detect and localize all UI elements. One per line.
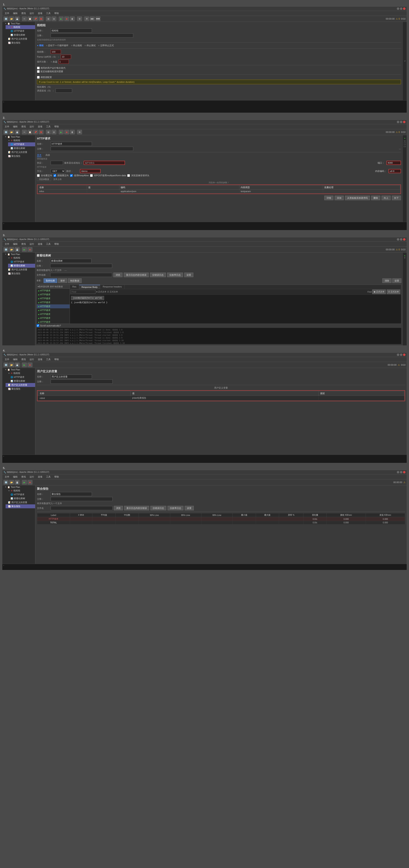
menu-run-3[interactable]: 运行 xyxy=(28,242,36,246)
tb-collapse-1[interactable]: ⊟ xyxy=(52,17,56,21)
tb-play-4[interactable]: ▶ xyxy=(22,363,27,367)
sampler-result-tab-3[interactable]: 取样结果 xyxy=(43,278,57,283)
sidebar-testplan-1[interactable]: ▼ 📋 Test Plan xyxy=(2,22,35,25)
menu-edit-5[interactable]: 编辑 xyxy=(11,475,19,479)
close-btn-1[interactable] xyxy=(403,7,406,10)
menu-options-3[interactable]: 选项 xyxy=(36,242,44,246)
multipart-check-2[interactable] xyxy=(90,174,93,177)
log-success-btn-3[interactable]: 仅效率日志 xyxy=(167,273,183,277)
method-select-2[interactable]: GET POST PUT DELETE xyxy=(51,169,65,173)
clear-btn-3[interactable]: 清除 xyxy=(382,278,391,283)
btn-up-2[interactable]: 向上 xyxy=(382,196,390,200)
menu-help-4[interactable]: 帮助 xyxy=(53,358,60,361)
name-input-2[interactable] xyxy=(51,142,92,146)
sidebar-threadgroup-2[interactable]: ▼ ⚙ 线程组 xyxy=(6,138,35,143)
minimize-btn-3[interactable] xyxy=(397,238,399,241)
minimize-btn-5[interactable] xyxy=(397,471,399,473)
sidebar-aggreport-3[interactable]: 📈 聚合报告 xyxy=(6,272,35,276)
request-tab-3[interactable]: 请求 xyxy=(58,278,67,283)
tb-remote-1[interactable]: 🖥 xyxy=(84,17,89,21)
maximize-btn-3[interactable] xyxy=(400,238,402,241)
result-item-7-3[interactable]: ● HTTP请求 xyxy=(37,312,69,316)
tb-collapse-2[interactable]: ⊟ xyxy=(52,130,56,134)
tb-open-4[interactable]: 📂 xyxy=(9,363,14,367)
scroll-checkbox-3[interactable] xyxy=(36,324,39,327)
keepalive-check-2[interactable] xyxy=(70,174,73,177)
log-success-btn-5[interactable]: 仅效率日志 xyxy=(168,506,183,510)
btn-detail-2[interactable]: 详细 xyxy=(324,196,333,200)
delay-check-1[interactable]: 延迟创建线程直到需要 xyxy=(37,70,401,73)
tab-response-headers-3[interactable]: Response headers xyxy=(100,285,124,289)
btn-delete-2[interactable]: 删除 xyxy=(371,196,380,200)
tb-delete-2[interactable]: ❌ xyxy=(39,130,43,134)
tb-delete-1[interactable]: ❌ xyxy=(39,17,43,21)
threads-input-1[interactable] xyxy=(51,50,61,54)
menu-tools-2[interactable]: 工具 xyxy=(45,125,52,129)
sidebar-uservars-4[interactable]: 📝 用户定义的变量 xyxy=(6,383,35,387)
maximize-btn-1[interactable] xyxy=(400,7,402,10)
tb-stop-2[interactable]: ⏹ xyxy=(64,130,69,134)
scroll-check-3[interactable]: Scroll automatically? xyxy=(36,324,401,327)
browse-btn-3[interactable]: 浏览 xyxy=(113,273,122,277)
tb-cut-2[interactable]: ✂ xyxy=(22,130,27,134)
menu-edit-2[interactable]: 编辑 xyxy=(11,125,19,129)
sidebar-uservars-2[interactable]: 📝 用户定义的变量 xyxy=(6,150,35,154)
sidebar-resulttree-1[interactable]: 📊 察看结果树 xyxy=(8,33,35,37)
menu-help-5[interactable]: 帮助 xyxy=(53,475,60,479)
radio-option-4[interactable]: ○ 立即停止正式 xyxy=(98,44,114,47)
tb-expand-2[interactable]: ⊞ xyxy=(46,130,51,134)
tb-play-5[interactable]: ▶ xyxy=(22,480,27,485)
sidebar-resulttree-2[interactable]: 📊 察看结果树 xyxy=(8,146,35,150)
sidebar-testplan-4[interactable]: ▼ 📋 Test Plan xyxy=(2,368,35,371)
name-input-3[interactable] xyxy=(50,259,91,263)
same-user-check-1[interactable]: 相同的用户运行每次迭代 xyxy=(37,66,401,69)
tb-remote-stop-1[interactable]: ⏹⏹ xyxy=(95,17,100,21)
menu-file-3[interactable]: 文件 xyxy=(3,242,11,246)
menu-run-1[interactable]: 运行 xyxy=(28,11,36,15)
menu-help-2[interactable]: 帮助 xyxy=(53,125,60,129)
tb-paste-1[interactable]: 📌 xyxy=(33,17,38,21)
tb-copy-2[interactable]: 📋 xyxy=(27,130,32,134)
search-input-3[interactable] xyxy=(71,290,95,294)
browse-btn-5[interactable]: 浏览 xyxy=(114,506,123,510)
sidebar-testplan-2[interactable]: ▼ 📋 Test Plan xyxy=(2,135,35,138)
tb-open-5[interactable]: 📂 xyxy=(9,480,14,485)
log-errors-btn-3[interactable]: 仅错误日志 xyxy=(150,273,166,277)
radio-option-0[interactable]: ● 继续 xyxy=(37,44,43,47)
tb-remote-play-1[interactable]: ▶▶ xyxy=(90,17,95,21)
sidebar-uservars-3[interactable]: 📝 用户定义的变量 xyxy=(6,268,35,272)
tb-save-4[interactable]: 💾 xyxy=(14,363,20,367)
log-errors-btn-5[interactable]: 仅错误日志 xyxy=(150,506,166,510)
menu-edit-1[interactable]: 编辑 xyxy=(11,11,19,15)
name-input-1[interactable] xyxy=(51,29,92,33)
tb-stop-4[interactable]: ⏹ xyxy=(27,363,32,367)
btn-add-2[interactable]: 添加 xyxy=(334,196,344,200)
scheduler-check-1[interactable]: 调度器配置 xyxy=(37,76,401,79)
radio-option-3[interactable]: ○ 停止测试 xyxy=(85,44,96,47)
sidebar-http-4[interactable]: 🌐 HTTP请求 xyxy=(8,375,35,379)
text-btn-3[interactable]: ☑ 正式文本 xyxy=(387,289,400,294)
setting-btn-3[interactable]: 设置 xyxy=(392,278,401,283)
same-user-checkbox-1[interactable] xyxy=(37,67,40,69)
response-tab-3[interactable]: 响应数据 xyxy=(68,278,82,283)
sidebar-aggreport-5[interactable]: 📈 聚合报告 xyxy=(6,504,35,508)
maximize-btn-4[interactable] xyxy=(400,353,402,356)
tb-save-1[interactable]: 💾 xyxy=(14,17,20,21)
loop-radio-forever[interactable]: ○ 永远 xyxy=(51,60,57,63)
tb-settings-1[interactable]: ⚙ xyxy=(77,17,82,21)
delay-checkbox-1[interactable] xyxy=(37,70,40,73)
menu-options-5[interactable]: 选项 xyxy=(36,475,44,479)
protocol-input-2[interactable] xyxy=(51,161,63,165)
sidebar-http-2[interactable]: 🌐 HTTP请求 xyxy=(8,143,35,146)
menu-edit-3[interactable]: 编辑 xyxy=(11,242,19,246)
comment-input-3[interactable] xyxy=(50,264,112,268)
menu-help-3[interactable]: 帮助 xyxy=(53,242,60,246)
ramp-input-1[interactable] xyxy=(61,55,71,59)
close-btn-5[interactable] xyxy=(403,471,406,473)
tb-cut-1[interactable]: ✂ xyxy=(22,17,27,21)
sidebar-http-5[interactable]: 🌐 HTTP请求 xyxy=(8,493,35,497)
sidebar-threadgroup-1[interactable]: ▼ ⚙ 线程组 xyxy=(6,25,35,29)
menu-options-4[interactable]: 选项 xyxy=(36,358,44,361)
menu-options-2[interactable]: 选项 xyxy=(36,125,44,129)
menu-edit-4[interactable]: 编辑 xyxy=(11,358,19,361)
